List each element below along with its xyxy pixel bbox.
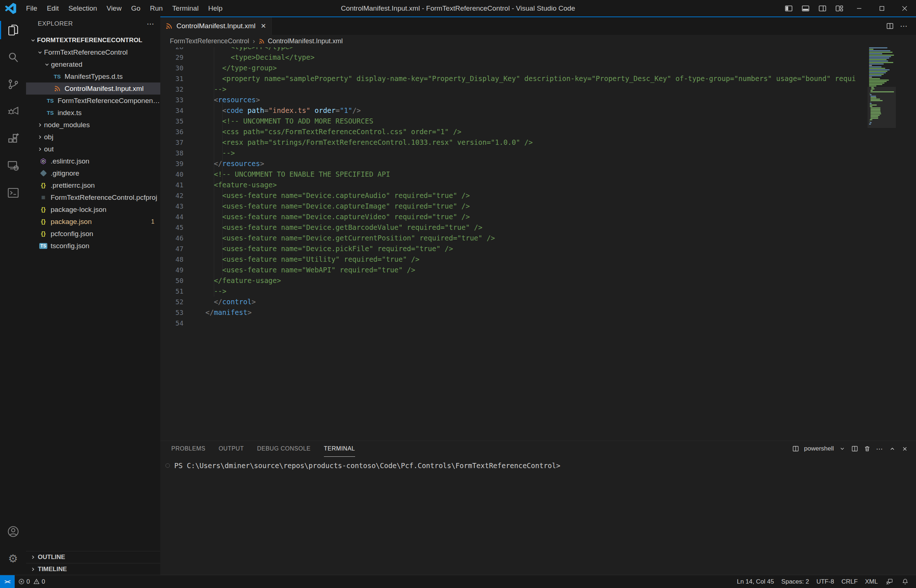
- close-tab-icon[interactable]: ✕: [261, 22, 266, 30]
- tree-file-package-lock.json[interactable]: {}package-lock.json: [26, 204, 160, 216]
- tree-file-controlmanifest.input.xml[interactable]: ControlManifest.Input.xml: [26, 82, 160, 95]
- remote-indicator[interactable]: ><: [0, 575, 15, 588]
- toggle-panel-icon[interactable]: [797, 0, 814, 16]
- feedback-icon[interactable]: [882, 575, 897, 588]
- problems-status[interactable]: 0 0: [15, 575, 52, 588]
- tree-file-.eslintrc.json[interactable]: .eslintrc.json: [26, 155, 160, 167]
- code-line-49[interactable]: 49 <uses-feature name="WebAPI" required=…: [160, 265, 888, 275]
- menu-selection[interactable]: Selection: [63, 3, 102, 14]
- tree-folder-generated[interactable]: generated: [26, 58, 160, 70]
- accounts-icon[interactable]: [0, 518, 26, 545]
- kill-terminal-icon[interactable]: [861, 446, 874, 452]
- code-line-53[interactable]: 53</manifest>: [160, 307, 888, 318]
- code-line-52[interactable]: 52 </control>: [160, 297, 888, 307]
- code-line-34[interactable]: 34 <code path="index.ts" order="1"/>: [160, 105, 888, 116]
- tree-file-package.json[interactable]: {}package.json1: [26, 216, 160, 228]
- tree-folder-obj[interactable]: obj: [26, 131, 160, 143]
- outline-section[interactable]: OUTLINE: [26, 551, 160, 563]
- code-line-47[interactable]: 47 <uses-feature name="Device.pickFile" …: [160, 244, 888, 254]
- tree-file-.prettierrc.json[interactable]: {}.prettierrc.json: [26, 179, 160, 191]
- search-icon[interactable]: [0, 44, 26, 71]
- code-editor[interactable]: 28 <type>FP</type>29 <type>Decimal</type…: [160, 47, 916, 441]
- code-line-54[interactable]: 54: [160, 318, 888, 328]
- menu-help[interactable]: Help: [203, 3, 227, 14]
- editor-more-actions-icon[interactable]: ⋯: [897, 22, 911, 31]
- code-line-51[interactable]: 51 -->: [160, 286, 888, 297]
- code-line-38[interactable]: 38 -->: [160, 148, 888, 158]
- chevron-down-icon[interactable]: [836, 446, 848, 451]
- breadcrumb-folder[interactable]: FormTextReferenceControl: [170, 37, 249, 45]
- menu-view[interactable]: View: [102, 3, 126, 14]
- tree-folder-out[interactable]: out: [26, 143, 160, 155]
- menu-go[interactable]: Go: [126, 3, 145, 14]
- tree-file-.gitignore[interactable]: .gitignore: [26, 167, 160, 179]
- code-line-50[interactable]: 50 </feature-usage>: [160, 275, 888, 286]
- tree-file-tsconfig.json[interactable]: TStsconfig.json: [26, 240, 160, 252]
- close-panel-icon[interactable]: [898, 446, 911, 452]
- status-encoding[interactable]: UTF-8: [812, 575, 837, 588]
- tree-folder-formtextreferencecontrol[interactable]: FormTextReferenceControl: [26, 46, 160, 58]
- minimap[interactable]: [867, 47, 896, 142]
- maximize-icon[interactable]: [871, 0, 893, 16]
- explorer-more-actions-icon[interactable]: ⋯: [147, 19, 154, 28]
- menu-run[interactable]: Run: [145, 3, 168, 14]
- settings-gear-icon[interactable]: ⚙: [0, 545, 26, 572]
- code-line-32[interactable]: 32 -->: [160, 84, 888, 95]
- terminal-profile-label[interactable]: powershell: [804, 445, 834, 452]
- tree-file-index.ts[interactable]: TSindex.ts: [26, 107, 160, 119]
- code-line-41[interactable]: 41 <feature-usage>: [160, 179, 888, 190]
- terminal-view-icon[interactable]: [0, 179, 26, 207]
- code-line-31[interactable]: 31 <property name="sampleProperty" displ…: [160, 73, 888, 84]
- tree-file-pcfconfig.json[interactable]: {}pcfconfig.json: [26, 228, 160, 240]
- split-terminal-icon[interactable]: [848, 446, 861, 452]
- source-control-icon[interactable]: [0, 71, 26, 98]
- code-line-33[interactable]: 33 <resources>: [160, 95, 888, 105]
- status-language-mode[interactable]: XML: [861, 575, 882, 588]
- code-line-35[interactable]: 35 <!-- UNCOMMENT TO ADD MORE RESOURCES: [160, 116, 888, 126]
- menu-edit[interactable]: Edit: [42, 3, 64, 14]
- tree-file-formtextreferencecontrol.pcfproj[interactable]: ≡FormTextReferenceControl.pcfproj: [26, 191, 160, 204]
- extensions-icon[interactable]: [0, 125, 26, 152]
- toggle-secondary-sidebar-icon[interactable]: [814, 0, 831, 16]
- code-line-28[interactable]: 28 <type>FP</type>: [160, 47, 888, 52]
- run-and-debug-icon[interactable]: [0, 98, 26, 125]
- explorer-icon[interactable]: [0, 16, 26, 44]
- menu-terminal[interactable]: Terminal: [168, 3, 204, 14]
- tree-folder-node_modules[interactable]: node_modules: [26, 119, 160, 131]
- terminal[interactable]: PS C:\Users\dminer\source\repos\products…: [160, 456, 916, 470]
- status-cursor-position[interactable]: Ln 14, Col 45: [733, 575, 778, 588]
- panel-tab-problems[interactable]: PROBLEMS: [171, 441, 206, 457]
- panel-tab-debug-console[interactable]: DEBUG CONSOLE: [257, 441, 311, 457]
- code-line-30[interactable]: 30 </type-group>: [160, 63, 888, 73]
- split-editor-icon[interactable]: [883, 22, 897, 30]
- code-line-48[interactable]: 48 <uses-feature name="Utility" required…: [160, 254, 888, 265]
- code-line-46[interactable]: 46 <uses-feature name="Device.getCurrent…: [160, 233, 888, 244]
- tree-file-manifesttypes.d.ts[interactable]: TSManifestTypes.d.ts: [26, 70, 160, 82]
- customize-layout-icon[interactable]: [831, 0, 848, 16]
- code-line-43[interactable]: 43 <uses-feature name="Device.captureIma…: [160, 201, 888, 212]
- tab-controlmanifest[interactable]: ControlManifest.Input.xml ✕: [160, 17, 272, 35]
- panel-tab-terminal[interactable]: TERMINAL: [324, 441, 355, 457]
- notifications-bell-icon[interactable]: [897, 575, 913, 588]
- code-line-37[interactable]: 37 <resx path="strings/FormTextReference…: [160, 137, 888, 148]
- code-line-36[interactable]: 36 <css path="css/FormTextReferenceContr…: [160, 126, 888, 137]
- menu-file[interactable]: File: [21, 3, 42, 14]
- code-line-44[interactable]: 44 <uses-feature name="Device.captureVid…: [160, 212, 888, 222]
- tree-file-formtextreferencecomponent.tsx[interactable]: TSFormTextReferenceComponent.tsx: [26, 95, 160, 107]
- code-line-45[interactable]: 45 <uses-feature name="Device.getBarcode…: [160, 222, 888, 233]
- maximize-panel-icon[interactable]: [886, 446, 898, 452]
- code-line-39[interactable]: 39 </resources>: [160, 158, 888, 169]
- code-line-29[interactable]: 29 <type>Decimal</type>: [160, 52, 888, 63]
- panel-tab-output[interactable]: OUTPUT: [218, 441, 244, 457]
- command-decoration-icon[interactable]: [165, 464, 170, 468]
- minimize-icon[interactable]: [848, 0, 871, 16]
- status-indentation[interactable]: Spaces: 2: [778, 575, 813, 588]
- panel-more-actions-icon[interactable]: ⋯: [874, 445, 886, 453]
- status-eol[interactable]: CRLF: [838, 575, 861, 588]
- timeline-section[interactable]: TIMELINE: [26, 563, 160, 575]
- breadcrumb[interactable]: FormTextReferenceControl › ControlManife…: [160, 35, 916, 47]
- code-line-42[interactable]: 42 <uses-feature name="Device.captureAud…: [160, 190, 888, 201]
- breadcrumb-file[interactable]: ControlManifest.Input.xml: [268, 37, 343, 45]
- close-window-icon[interactable]: [893, 0, 916, 16]
- tree-root-formtextreferencecontrol[interactable]: FORMTEXTREFERENCECONTROL: [26, 34, 160, 46]
